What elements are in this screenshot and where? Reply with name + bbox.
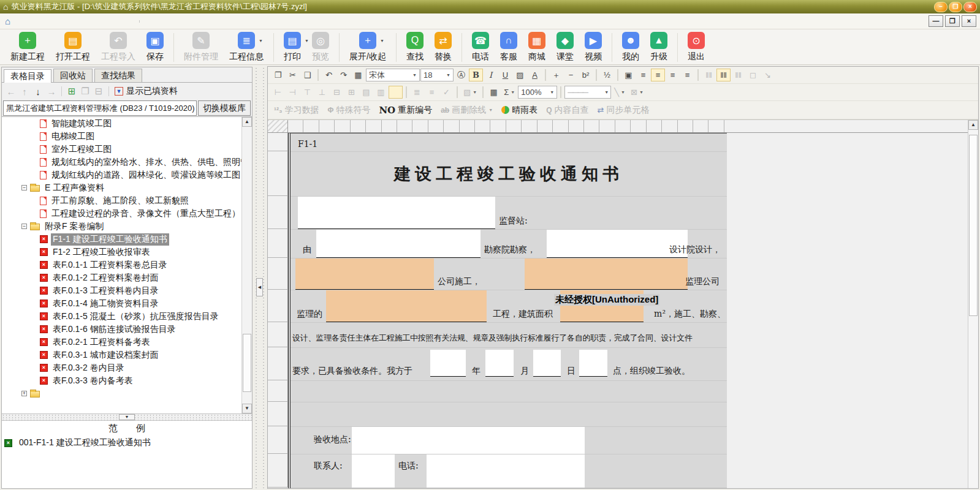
select-all-corner[interactable]	[268, 120, 288, 132]
delete-row-icon[interactable]: ⊥	[315, 86, 329, 99]
tree-item[interactable]: 电梯竣工图	[2, 130, 241, 143]
cell-day[interactable]	[533, 350, 561, 377]
tree-item[interactable]: 表F.0.1-4 施工物资资料目录	[2, 297, 241, 310]
align-justify-icon[interactable]: ≡	[680, 69, 694, 81]
expand-collapse-button[interactable]: ＋ 展开/收起	[344, 31, 392, 63]
font-family-combo[interactable]: 宋体	[366, 69, 420, 81]
mall-button[interactable]: ▦ 商城	[523, 31, 551, 63]
format-tool[interactable]	[596, 69, 597, 81]
fraction-icon[interactable]: ½	[600, 69, 614, 81]
tree-scroll-thumb[interactable]	[243, 334, 251, 392]
format-tool[interactable]	[560, 86, 561, 98]
collapse-panel-icon[interactable]: ◀	[256, 278, 263, 296]
column-header[interactable]	[537, 120, 553, 132]
expander-icon[interactable]: −	[21, 185, 27, 190]
row-header[interactable]	[268, 133, 288, 151]
column-header[interactable]	[708, 120, 724, 132]
cell-month[interactable]	[485, 350, 514, 377]
close-button[interactable]: ×	[963, 2, 977, 12]
minimize-button[interactable]: –	[934, 2, 948, 12]
vertical-text-right-icon[interactable]: ‖‖	[731, 69, 745, 81]
nav-tool[interactable]	[61, 86, 62, 96]
copy-sheet-icon[interactable]: ❐	[79, 85, 91, 97]
tree-item[interactable]: 开工前原貌、施工阶段、竣工新貌照	[2, 194, 241, 207]
scroll-up-icon[interactable]: ▲	[242, 117, 252, 127]
column-header[interactable]	[647, 120, 662, 132]
column-header[interactable]	[397, 120, 412, 132]
row-header[interactable]	[268, 380, 288, 402]
undo-icon[interactable]: ↶	[322, 69, 336, 81]
tree-item[interactable]: 工程建设过程的录音、录像文件（重点大型工程）	[2, 207, 241, 220]
tree-scrollbar[interactable]: ▲ ▼	[241, 117, 252, 413]
merge-row-icon[interactable]: ▤	[359, 86, 373, 99]
menu-item[interactable]	[36, 20, 47, 23]
expander-icon[interactable]: +	[21, 391, 27, 396]
example-item[interactable]: 001-F1-1 建设工程竣工验收通知书	[2, 436, 252, 448]
diagonal-box-combo[interactable]: ⊠	[628, 86, 646, 99]
italic-button[interactable]: I	[484, 69, 498, 81]
format-tool[interactable]	[406, 86, 407, 98]
copy-icon[interactable]: ❐	[271, 69, 285, 81]
diagonal-line-combo[interactable]: ╲	[612, 86, 628, 99]
column-header[interactable]	[506, 120, 522, 132]
column-header[interactable]	[522, 120, 537, 132]
nav-up-icon[interactable]: ↑	[18, 85, 31, 97]
column-header[interactable]	[460, 120, 475, 132]
upgrade-button[interactable]: ▲ 升级	[645, 31, 673, 63]
tree-item[interactable]: − 附录F 案卷编制	[2, 220, 241, 233]
mdi-restore-button[interactable]: ❐	[945, 15, 960, 27]
column-header[interactable]	[490, 120, 506, 132]
tree-item[interactable]: 表F.0.1-6 钢筋连接试验报告目录	[2, 323, 241, 336]
column-header[interactable]	[288, 120, 303, 132]
bold-button[interactable]: B	[469, 69, 483, 81]
row-header[interactable]	[268, 426, 288, 454]
align-center-icon[interactable]: ≡	[651, 69, 665, 81]
sheet-scroll-thumb[interactable]	[969, 135, 978, 316]
mdi-close-button[interactable]: ×	[962, 15, 976, 27]
content-check-button[interactable]: Q 内容自查	[546, 105, 588, 116]
tree-item[interactable]: 智能建筑竣工图	[2, 117, 241, 130]
grow-font-icon[interactable]: ＋	[549, 69, 563, 81]
column-header[interactable]	[693, 120, 708, 132]
tree-item[interactable]: F1-2 工程竣工验收报审表	[2, 246, 241, 258]
column-header[interactable]	[569, 120, 584, 132]
insert-row-icon[interactable]: ⊤	[300, 86, 314, 99]
menu-item[interactable]	[58, 20, 69, 23]
print-button[interactable]: ▤ 打印	[278, 31, 306, 63]
tree-item[interactable]: − E 工程声像资料	[2, 181, 241, 194]
superscript-icon[interactable]: b²	[579, 69, 593, 81]
font-color-icon[interactable]: A	[528, 69, 542, 81]
menu-item[interactable]	[102, 20, 113, 23]
row-header[interactable]	[268, 454, 288, 488]
menu-item[interactable]	[14, 20, 25, 23]
font-size-combo[interactable]: 18	[420, 69, 454, 81]
tab-table-directory[interactable]: 表格目录	[4, 69, 51, 83]
nav-down-icon[interactable]: ↓	[32, 85, 44, 97]
nav-tool[interactable]	[108, 86, 109, 96]
row-header[interactable]	[268, 258, 288, 290]
insert-col-icon[interactable]: ⊢	[271, 86, 285, 99]
preview-button[interactable]: ◎ 预览	[306, 31, 335, 63]
toolbar-button[interactable]	[462, 33, 462, 62]
replace-button[interactable]: ⇄ 替换	[429, 31, 457, 63]
cell-acceptance-location[interactable]	[352, 427, 585, 454]
tab-search-results[interactable]: 查找结果	[94, 69, 142, 82]
toolbar-button[interactable]	[677, 33, 678, 62]
sheet-grid-icon[interactable]: ⊟	[93, 85, 105, 97]
vertical-splitter[interactable]: ◀	[254, 67, 266, 489]
restore-button[interactable]: ❐	[949, 2, 962, 12]
scroll-down-icon[interactable]: ▼	[242, 404, 252, 413]
merge-cell-icon[interactable]: ⊞	[344, 86, 359, 99]
cell-contact-person[interactable]	[352, 454, 395, 488]
horizontal-splitter[interactable]: ▼	[2, 413, 252, 421]
column-header[interactable]	[351, 120, 366, 132]
line-style-combo[interactable]: ────	[564, 86, 611, 99]
format-tool[interactable]	[697, 69, 699, 81]
column-header[interactable]	[428, 120, 444, 132]
toolbar-button[interactable]	[173, 33, 174, 62]
row-header[interactable]	[268, 290, 288, 322]
sum-combo[interactable]: Σ	[501, 86, 517, 99]
split-cell-icon[interactable]: ⊟	[330, 86, 344, 99]
row-header[interactable]	[268, 229, 288, 258]
menu-item[interactable]	[139, 20, 154, 23]
